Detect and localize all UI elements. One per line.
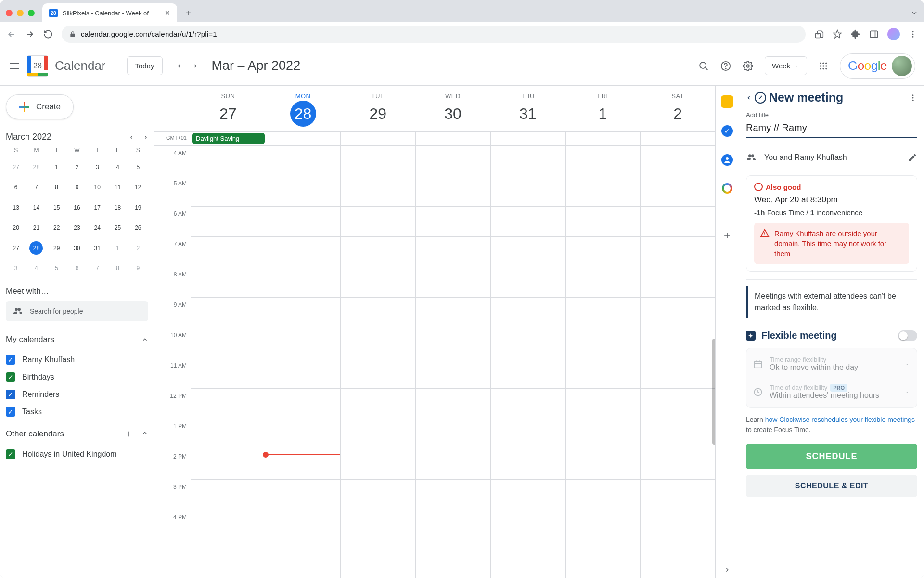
contacts-icon[interactable]: [721, 154, 733, 166]
minimize-window-icon[interactable]: [17, 10, 24, 16]
add-calendar-icon[interactable]: [124, 430, 133, 438]
mini-day[interactable]: 17: [90, 201, 104, 214]
settings-icon[interactable]: [743, 61, 753, 71]
view-selector[interactable]: Week: [765, 56, 807, 75]
mini-day[interactable]: 19: [131, 201, 145, 214]
mini-day[interactable]: 4: [111, 160, 125, 174]
mini-day[interactable]: 25: [111, 221, 125, 235]
day-header[interactable]: WED30: [415, 86, 490, 131]
mini-day[interactable]: 2: [70, 160, 84, 174]
tabs-overflow-icon[interactable]: [911, 9, 918, 17]
day-header[interactable]: SAT2: [640, 86, 715, 131]
browser-menu-icon[interactable]: [909, 30, 917, 39]
mini-calendar[interactable]: SMTWTFS272812345678910111213141516171819…: [6, 147, 148, 275]
allday-cell[interactable]: Daylight Saving: [191, 132, 266, 145]
day-column[interactable]: [565, 146, 641, 578]
mini-day[interactable]: 7: [29, 181, 43, 194]
mini-day[interactable]: 21: [29, 221, 43, 235]
back-button[interactable]: [7, 29, 16, 39]
allday-cell[interactable]: [266, 132, 341, 145]
day-column[interactable]: [191, 146, 266, 578]
day-header[interactable]: MON28: [266, 86, 341, 131]
panel-more-icon[interactable]: [909, 93, 917, 102]
next-week-icon[interactable]: [192, 62, 198, 70]
schedule-edit-button[interactable]: SCHEDULE & EDIT: [746, 475, 917, 497]
extensions-icon[interactable]: [851, 29, 860, 39]
calendar-item[interactable]: ✓Tasks: [6, 403, 148, 420]
calendar-checkbox[interactable]: ✓: [6, 390, 15, 399]
panel-back-icon[interactable]: [746, 93, 752, 102]
mini-day[interactable]: 3: [90, 160, 104, 174]
mini-day[interactable]: 8: [50, 181, 64, 194]
meeting-title-input[interactable]: [746, 120, 917, 138]
allday-cell[interactable]: [415, 132, 490, 145]
sidepanel-icon[interactable]: [869, 29, 879, 39]
omnibox[interactable]: calendar.google.com/calendar/u/1/r?pli=1: [62, 26, 806, 43]
tasks-icon[interactable]: [721, 125, 733, 137]
mini-day[interactable]: 16: [70, 201, 84, 214]
mini-day[interactable]: 20: [9, 221, 23, 235]
mini-day[interactable]: 13: [9, 201, 23, 214]
calendar-checkbox[interactable]: ✓: [6, 355, 15, 365]
time-of-day-flex-row[interactable]: Time of day flexibilityPRO Within attend…: [746, 378, 917, 406]
mini-day[interactable]: 6: [9, 181, 23, 194]
time-suggestion-card[interactable]: Also good Wed, Apr 20 at 8:30pm -1h Focu…: [746, 175, 917, 272]
mini-day[interactable]: 2: [131, 241, 145, 255]
edit-icon[interactable]: [908, 153, 917, 162]
calendar-checkbox[interactable]: ✓: [6, 372, 15, 382]
create-button[interactable]: Create: [6, 94, 74, 119]
allday-event[interactable]: Daylight Saving: [192, 133, 265, 144]
new-tab-button[interactable]: +: [181, 6, 195, 20]
mini-prev-icon[interactable]: [129, 134, 134, 141]
browser-profile-avatar[interactable]: [887, 28, 900, 40]
reload-button[interactable]: [43, 29, 53, 39]
calendar-item[interactable]: ✓Reminders: [6, 386, 148, 403]
mini-day[interactable]: 6: [70, 262, 84, 275]
maximize-window-icon[interactable]: [28, 10, 35, 16]
day-header[interactable]: THU31: [490, 86, 565, 131]
calendar-item[interactable]: ✓Birthdays: [6, 368, 148, 386]
mini-day[interactable]: 1: [111, 241, 125, 255]
calendar-checkbox[interactable]: ✓: [6, 449, 15, 459]
mini-day[interactable]: 3: [9, 262, 23, 275]
today-button[interactable]: Today: [127, 56, 163, 75]
scrollbar-thumb[interactable]: [712, 339, 715, 445]
flexible-toggle[interactable]: [898, 330, 917, 341]
prev-week-icon[interactable]: [176, 62, 182, 70]
day-column[interactable]: [640, 146, 715, 578]
add-addon-icon[interactable]: +: [724, 229, 731, 242]
mini-day[interactable]: 29: [50, 241, 64, 255]
schedule-button[interactable]: SCHEDULE: [746, 444, 917, 469]
mini-day[interactable]: 5: [50, 262, 64, 275]
expand-rail-icon[interactable]: [724, 566, 731, 573]
bookmark-icon[interactable]: [833, 29, 842, 39]
keep-icon[interactable]: [721, 95, 733, 108]
mini-next-icon[interactable]: [143, 134, 148, 141]
search-icon[interactable]: [698, 61, 709, 71]
browser-tab[interactable]: 28 SilkPixels - Calendar - Week of ✕: [42, 3, 177, 23]
day-column[interactable]: [490, 146, 565, 578]
calendar-item[interactable]: ✓Ramy Khuffash: [6, 351, 148, 368]
main-menu-icon[interactable]: [9, 60, 20, 72]
mini-day[interactable]: 9: [70, 181, 84, 194]
mini-day[interactable]: 5: [131, 160, 145, 174]
attendees-row[interactable]: You and Ramy Khuffash: [746, 147, 917, 168]
mini-day[interactable]: 23: [70, 221, 84, 235]
mini-day[interactable]: 22: [50, 221, 64, 235]
allday-cell[interactable]: [490, 132, 565, 145]
mini-day[interactable]: 4: [29, 262, 43, 275]
day-column[interactable]: [340, 146, 415, 578]
apps-grid-icon[interactable]: [819, 61, 828, 71]
mini-day[interactable]: 28: [29, 160, 43, 174]
allday-cell[interactable]: [565, 132, 641, 145]
mini-day[interactable]: 28: [29, 241, 43, 255]
mini-day[interactable]: 9: [131, 262, 145, 275]
calendar-item[interactable]: ✓Holidays in United Kingdom: [6, 446, 148, 463]
forward-button[interactable]: [25, 29, 35, 39]
mini-day[interactable]: 27: [9, 160, 23, 174]
calendar-checkbox[interactable]: ✓: [6, 407, 15, 417]
learn-link[interactable]: how Clockwise reschedules your flexible …: [765, 416, 915, 423]
time-range-flex-row[interactable]: Time range flexibility Ok to move within…: [746, 350, 917, 378]
other-calendars-header[interactable]: Other calendars: [6, 429, 148, 439]
mini-day[interactable]: 1: [50, 160, 64, 174]
